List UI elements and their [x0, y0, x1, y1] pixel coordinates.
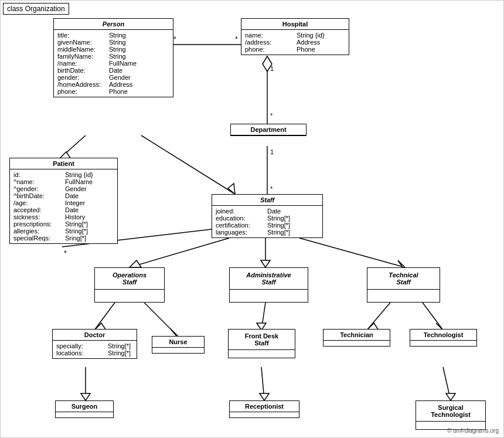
- class-front-desk-staff-title: Front DeskStaff: [229, 330, 295, 350]
- svg-line-28: [423, 303, 443, 330]
- class-technical-staff: TechnicalStaff: [367, 267, 440, 303]
- class-hospital-body: name:String {id} /address:Address phone:…: [241, 30, 349, 55]
- svg-text:*: *: [235, 35, 238, 43]
- class-person: Person title:String givenName:String mid…: [53, 18, 173, 97]
- svg-marker-15: [130, 260, 141, 267]
- svg-line-20: [94, 303, 115, 330]
- class-receptionist-title: Receptionist: [230, 401, 299, 412]
- class-patient-body: id:String {id} ^name:FullName ^gender:Ge…: [10, 169, 117, 243]
- svg-marker-13: [228, 184, 235, 194]
- svg-text:1: 1: [270, 65, 274, 72]
- class-administrative-staff: AdministrativeStaff: [229, 267, 308, 303]
- svg-marker-23: [171, 329, 178, 336]
- svg-text:*: *: [173, 35, 176, 43]
- class-nurse: Nurse: [152, 336, 205, 354]
- svg-marker-35: [446, 393, 455, 400]
- svg-line-24: [261, 303, 265, 330]
- svg-marker-33: [260, 393, 269, 400]
- svg-text:*: *: [64, 249, 67, 257]
- class-doctor: Doctor specialty:String[*] locations:Str…: [52, 329, 137, 359]
- svg-line-10: [59, 135, 86, 159]
- class-technologist: Technologist: [410, 329, 477, 347]
- svg-line-34: [443, 367, 451, 400]
- svg-text:*: *: [270, 185, 273, 192]
- class-administrative-staff-title: AdministrativeStaff: [230, 268, 308, 290]
- class-technologist-title: Technologist: [410, 330, 476, 341]
- svg-line-18: [299, 238, 405, 267]
- svg-marker-19: [398, 260, 405, 267]
- class-person-title: Person: [54, 19, 173, 30]
- class-operations-staff: OperationsStaff: [94, 267, 165, 303]
- class-staff: Staff joined:Date education:String[*] ce…: [212, 194, 323, 238]
- diagram-title: class Organization: [3, 3, 69, 15]
- svg-line-12: [141, 135, 235, 194]
- class-technician-title: Technician: [323, 330, 390, 341]
- class-patient-title: Patient: [10, 158, 117, 169]
- class-receptionist: Receptionist: [229, 400, 299, 418]
- class-staff-title: Staff: [212, 195, 322, 206]
- class-surgeon: Surgeon: [55, 400, 114, 418]
- svg-marker-17: [261, 260, 270, 267]
- class-operations-staff-title: OperationsStaff: [95, 268, 164, 290]
- svg-line-32: [261, 367, 264, 400]
- class-technical-staff-title: TechnicalStaff: [367, 268, 440, 290]
- class-surgical-technologist: SurgicalTechnologist: [416, 400, 486, 430]
- class-surgical-technologist-title: SurgicalTechnologist: [416, 401, 485, 422]
- class-front-desk-staff: Front DeskStaff: [228, 329, 295, 358]
- svg-marker-4: [263, 56, 272, 72]
- copyright: © uml-diagrams.org: [447, 427, 499, 434]
- class-person-body: title:String givenName:String middleName…: [54, 30, 173, 97]
- diagram-container: class Organization * * 1 * 1 *: [0, 0, 504, 438]
- class-hospital-title: Hospital: [241, 19, 349, 30]
- svg-text:*: *: [270, 112, 273, 119]
- class-department-title: Department: [231, 124, 306, 135]
- class-doctor-body: specialty:String[*] locations:String[*]: [53, 341, 137, 358]
- svg-line-22: [144, 303, 178, 336]
- class-hospital: Hospital name:String {id} /address:Addre…: [241, 18, 349, 55]
- class-patient: Patient id:String {id} ^name:FullName ^g…: [9, 158, 118, 244]
- svg-text:1: 1: [270, 148, 274, 155]
- svg-line-26: [367, 303, 390, 330]
- class-surgeon-title: Surgeon: [56, 401, 113, 412]
- class-technician: Technician: [323, 329, 390, 347]
- svg-marker-31: [81, 393, 90, 400]
- class-nurse-title: Nurse: [152, 337, 204, 348]
- svg-line-14: [130, 238, 229, 267]
- class-department: Department: [230, 124, 307, 136]
- class-doctor-title: Doctor: [53, 330, 137, 341]
- class-staff-body: joined:Date education:String[*] certific…: [212, 206, 322, 237]
